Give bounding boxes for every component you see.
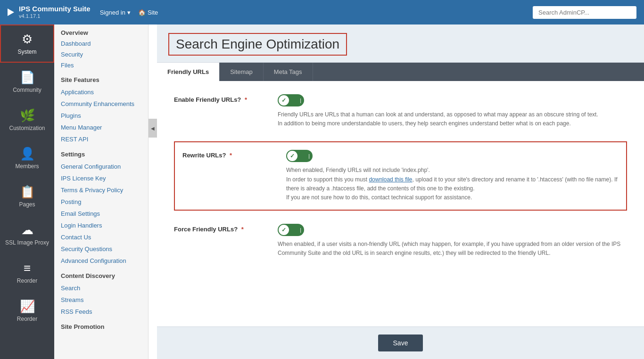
sidebar-item-reorder[interactable]: ≡ Reorder [0, 253, 54, 292]
save-area: Save [157, 326, 644, 359]
force-friendly-urls-toggle[interactable]: ✓ | [278, 224, 304, 236]
sidebar-item-members[interactable]: 👤 Members [0, 139, 54, 177]
nav-link-advanced-configuration[interactable]: Advanced Configuration [54, 255, 148, 267]
section-title-content-discovery: Content Discovery [54, 267, 148, 282]
nav-sidebar: Overview Dashboard Security Files Site F… [54, 24, 149, 359]
members-icon: 👤 [20, 147, 35, 161]
nav-link-streams[interactable]: Streams [54, 294, 148, 306]
section-title-site-features: Site Features [54, 71, 148, 86]
force-friendly-urls-description: When enabled, if a user visits a non-fri… [278, 240, 627, 258]
save-button[interactable]: Save [378, 335, 423, 351]
form-row-force-friendly-urls: Force Friendly URLs? * ✓ | When enabled,… [174, 224, 627, 258]
nav-link-contact-us[interactable]: Contact Us [54, 231, 148, 243]
tab-friendly-urls[interactable]: Friendly URLs [157, 63, 220, 81]
nav-link-files[interactable]: Files [54, 60, 148, 71]
logo: IPS Community Suite v4.1.17.1 [8, 5, 91, 19]
nav-link-general-configuration[interactable]: General Configuration [54, 161, 148, 172]
rewrite-urls-required: * [228, 152, 232, 159]
customization-icon: 🌿 [20, 108, 35, 123]
rewrite-urls-label-text: Rewrite URLs? [182, 152, 226, 159]
rewrite-urls-label: Rewrite URLs? * [182, 150, 286, 159]
sidebar-item-chart[interactable]: 📈 Reorder [0, 292, 54, 330]
nav-link-rss-feeds[interactable]: RSS Feeds [54, 306, 148, 318]
logo-text: IPS Community Suite v4.1.17.1 [19, 5, 91, 19]
site-label: Site [148, 9, 158, 16]
icon-sidebar: ⚙ System 📄 Community 🌿 Customization 👤 M… [0, 24, 54, 359]
rewrite-urls-description: When enabled, Friendly URLs will not inc… [286, 166, 619, 202]
app-title: IPS Community Suite [19, 5, 91, 13]
enable-friendly-urls-toggle[interactable]: ✓ | [278, 94, 304, 106]
nav-link-applications[interactable]: Applications [54, 86, 148, 98]
force-friendly-urls-required: * [239, 226, 244, 233]
force-friendly-urls-field: ✓ | When enabled, if a user visits a non… [278, 224, 627, 258]
home-icon: 🏠 [138, 9, 146, 16]
tab-meta-tags[interactable]: Meta Tags [264, 63, 313, 81]
site-link[interactable]: 🏠 Site [138, 9, 158, 16]
top-nav: IPS Community Suite v4.1.17.1 Signed in … [0, 0, 644, 24]
enable-friendly-urls-toggle-wrap: ✓ | [278, 94, 627, 106]
nav-link-dashboard[interactable]: Dashboard [54, 38, 148, 49]
overview-label: Overview [54, 24, 148, 38]
nav-link-login-handlers[interactable]: Login Handlers [54, 220, 148, 231]
nav-link-menu-manager[interactable]: Menu Manager [54, 122, 148, 133]
nav-link-plugins[interactable]: Plugins [54, 110, 148, 122]
enable-friendly-urls-required: * [243, 96, 247, 103]
section-title-site-promotion: Site Promotion [54, 318, 148, 333]
signed-in-label: Signed in [100, 9, 125, 16]
enable-friendly-urls-knob: ✓ [279, 95, 289, 106]
force-friendly-urls-toggle-wrap: ✓ | [278, 224, 627, 236]
sidebar-item-system[interactable]: ⚙ System [0, 24, 54, 63]
enable-friendly-urls-description: Friendly URLs are URLs that a human can … [278, 110, 627, 128]
section-title-settings: Settings [54, 145, 148, 161]
tab-sitemap[interactable]: Sitemap [220, 63, 264, 81]
content-area: Search Engine Optimization Friendly URLs… [157, 24, 644, 359]
page-title: Search Engine Optimization [176, 37, 339, 51]
nav-link-community-enhancements[interactable]: Community Enhancements [54, 98, 148, 110]
force-friendly-urls-off-label: | [300, 227, 301, 233]
enable-friendly-urls-field: ✓ | Friendly URLs are URLs that a human … [278, 94, 627, 128]
sidebar-item-pages[interactable]: 📋 Pages [0, 177, 54, 215]
nav-link-rest-api[interactable]: REST API [54, 133, 148, 145]
user-arrow: ▾ [127, 9, 131, 16]
chart-label: Reorder [17, 316, 37, 322]
nav-link-posting[interactable]: Posting [54, 196, 148, 208]
rewrite-urls-knob: ✓ [287, 151, 297, 161]
signed-in-link[interactable]: Signed in ▾ [100, 9, 131, 16]
download-this-file-link[interactable]: download this file [369, 176, 412, 183]
rewrite-urls-toggle[interactable]: ✓ | [286, 150, 313, 162]
nav-link-ips-license-key[interactable]: IPS License Key [54, 172, 148, 184]
system-label: System [17, 49, 36, 55]
enable-friendly-urls-label: Enable Friendly URLs? * [174, 94, 278, 103]
content-header: Search Engine Optimization [157, 24, 644, 63]
force-friendly-urls-knob: ✓ [279, 225, 289, 235]
nav-link-security-questions[interactable]: Security Questions [54, 243, 148, 255]
main-layout: ⚙ System 📄 Community 🌿 Customization 👤 M… [0, 24, 644, 359]
community-label: Community [13, 87, 41, 93]
pages-icon: 📋 [20, 185, 35, 199]
form-row-enable-friendly-urls: Enable Friendly URLs? * ✓ | Friendly URL… [174, 94, 627, 128]
system-icon: ⚙ [22, 32, 33, 47]
form-content: Enable Friendly URLs? * ✓ | Friendly URL… [157, 81, 644, 326]
ssl-icon: ☁ [21, 223, 33, 237]
community-icon: 📄 [20, 70, 35, 85]
nav-link-security[interactable]: Security [54, 49, 148, 60]
form-row-rewrite-urls: Rewrite URLs? * ✓ | When enabled, Friend… [174, 141, 627, 211]
nav-link-terms-privacy-policy[interactable]: Terms & Privacy Policy [54, 184, 148, 196]
sidebar-item-customization[interactable]: 🌿 Customization [0, 101, 54, 139]
collapse-sidebar-button[interactable]: ◀ [149, 119, 157, 138]
nav-link-email-settings[interactable]: Email Settings [54, 208, 148, 220]
top-nav-links: Signed in ▾ 🏠 Site [100, 9, 158, 16]
tabs-row: Friendly URLs Sitemap Meta Tags [157, 63, 644, 81]
customization-label: Customization [9, 125, 45, 131]
logo-triangle [8, 8, 14, 16]
sidebar-item-ssl-image-proxy[interactable]: ☁ SSL Image Proxy [0, 215, 54, 253]
rewrite-urls-toggle-wrap: ✓ | [286, 150, 619, 162]
ssl-label: SSL Image Proxy [5, 239, 49, 246]
enable-friendly-urls-off-label: | [300, 98, 301, 103]
sidebar-item-community[interactable]: 📄 Community [0, 63, 54, 101]
reorder-label: Reorder [17, 277, 37, 284]
rewrite-urls-off-label: | [308, 153, 310, 159]
nav-link-search[interactable]: Search [54, 282, 148, 294]
search-input[interactable] [533, 6, 636, 19]
rewrite-urls-inner: Rewrite URLs? * ✓ | When enabled, Friend… [182, 150, 619, 202]
